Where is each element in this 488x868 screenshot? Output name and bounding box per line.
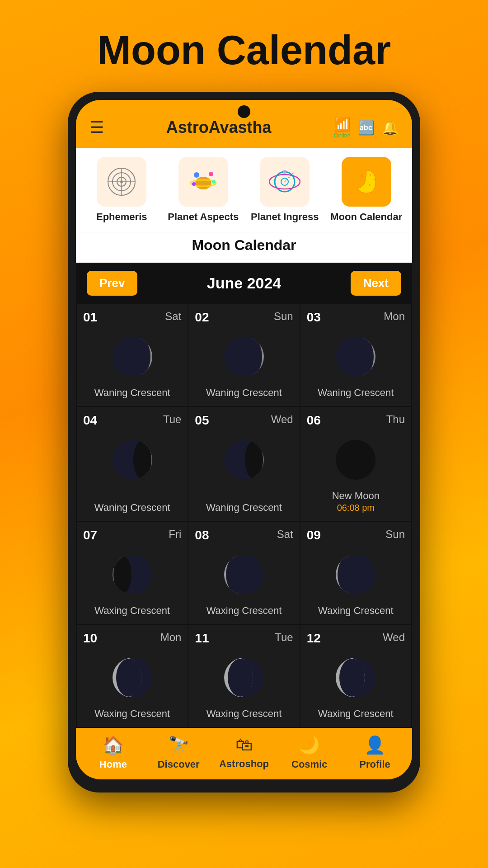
cell-header-09: 09 Sun <box>307 528 405 542</box>
ephemeris-label: Ephemeris <box>96 211 147 223</box>
calendar-cell-09[interactable]: 09 Sun Waxing Crescent <box>300 522 411 624</box>
day-name-04: Tue <box>163 413 181 428</box>
svg-point-57 <box>116 659 141 697</box>
svg-point-45 <box>113 556 131 594</box>
calendar-cell-12[interactable]: 12 Wed Waxing Crescent <box>300 625 411 727</box>
day-number-04: 04 <box>83 413 97 428</box>
moon-image-03 <box>307 332 405 382</box>
day-name-03: Mon <box>384 310 405 325</box>
planet-aspects-label: Planet Aspects <box>168 211 239 223</box>
moon-image-12 <box>307 653 405 703</box>
header-icons: 📶 Online 🔤 🔔 <box>333 116 399 139</box>
category-moon-calendar[interactable]: Moon Calendar <box>328 157 405 223</box>
svg-point-22 <box>129 338 150 376</box>
day-name-01: Sat <box>165 310 181 325</box>
ephemeris-icon <box>106 166 137 198</box>
day-number-08: 08 <box>195 528 209 542</box>
categories: Ephemeris Planet Aspects <box>76 148 412 232</box>
translate-icon[interactable]: 🔤 <box>358 120 375 136</box>
camera-notch <box>238 105 250 118</box>
nav-label-profile: Profile <box>359 759 390 770</box>
ephemeris-icon-box <box>97 157 146 207</box>
nav-icon-astroshop: 🛍 <box>235 735 253 755</box>
svg-point-38 <box>245 441 263 479</box>
calendar-cell-06[interactable]: 06 Thu New Moon06:08 pm <box>300 407 411 521</box>
calendar-cell-04[interactable]: 04 Tue Waning Crescent <box>77 407 188 521</box>
wifi-label: Online <box>333 132 351 139</box>
moon-calendar-label: Moon Calendar <box>330 211 402 223</box>
cell-header-03: 03 Mon <box>307 310 405 325</box>
category-planet-ingress[interactable]: Planet Ingress <box>246 157 324 223</box>
day-name-02: Sun <box>274 310 293 325</box>
planet-aspects-icon-box <box>178 157 228 207</box>
cell-header-05: 05 Wed <box>195 413 293 428</box>
cell-header-12: 12 Wed <box>307 631 405 646</box>
category-planet-aspects[interactable]: Planet Aspects <box>165 157 242 223</box>
nav-label-home: Home <box>99 759 127 770</box>
phase-label-05: Waning Crescent <box>195 502 293 514</box>
phase-label-09: Waxing Crescent <box>307 605 405 617</box>
nav-icon-home: 🏠 <box>103 735 124 755</box>
nav-item-cosmic[interactable]: 🌙 Cosmic <box>277 735 342 770</box>
cell-header-04: 04 Tue <box>83 413 181 428</box>
calendar-cell-11[interactable]: 11 Tue Waxing Crescent <box>188 625 299 727</box>
moon-image-09 <box>307 550 405 599</box>
calendar-cell-08[interactable]: 08 Sat Waxing Crescent <box>188 522 299 624</box>
moon-image-11 <box>195 653 293 703</box>
calendar-cell-10[interactable]: 10 Mon Waxing Crescent <box>77 625 188 727</box>
day-number-05: 05 <box>195 413 209 428</box>
wifi-status: 📶 Online <box>333 116 351 139</box>
day-name-08: Sat <box>277 528 293 542</box>
moon-image-06 <box>307 435 405 485</box>
svg-point-18 <box>369 184 371 186</box>
calendar-cell-01[interactable]: 01 Sat Waning Crescent <box>77 304 188 406</box>
calendar-cell-07[interactable]: 07 Fri Waxing Crescent <box>77 522 188 624</box>
moon-calendar-icon-box <box>342 157 391 207</box>
nav-item-profile[interactable]: 👤 Profile <box>342 735 408 770</box>
day-name-07: Fri <box>169 528 181 542</box>
day-number-06: 06 <box>307 413 321 428</box>
nav-icon-discover: 🔭 <box>168 735 189 755</box>
calendar-month: June 2024 <box>207 274 281 292</box>
svg-point-26 <box>240 338 262 376</box>
day-number-10: 10 <box>83 631 97 646</box>
phase-label-06: New Moon06:08 pm <box>307 490 405 514</box>
phase-label-03: Waning Crescent <box>307 387 405 399</box>
prev-button[interactable]: Prev <box>87 271 137 296</box>
cell-header-10: 10 Mon <box>83 631 181 646</box>
planet-aspects-icon <box>188 166 219 198</box>
app-logo: AstroAvastha <box>166 118 272 137</box>
next-button[interactable]: Next <box>351 271 401 296</box>
svg-point-15 <box>283 170 286 174</box>
calendar-cell-05[interactable]: 05 Wed Waning Crescent <box>188 407 299 521</box>
svg-point-9 <box>209 172 213 176</box>
nav-item-home[interactable]: 🏠 Home <box>80 735 146 770</box>
phase-label-07: Waxing Crescent <box>83 605 181 617</box>
day-number-01: 01 <box>83 310 97 325</box>
category-ephemeris[interactable]: Ephemeris <box>83 157 160 223</box>
calendar-cell-02[interactable]: 02 Sun Waning Crescent <box>188 304 299 406</box>
nav-icon-cosmic: 🌙 <box>299 735 320 755</box>
calendar-cell-03[interactable]: 03 Mon Waning Crescent <box>300 304 411 406</box>
bell-icon[interactable]: 🔔 <box>382 120 399 136</box>
day-number-12: 12 <box>307 631 321 646</box>
phase-label-10: Waxing Crescent <box>83 708 181 720</box>
svg-point-53 <box>338 556 361 594</box>
page-title: Moon Calendar <box>97 27 391 74</box>
calendar-grid: 01 Sat Waning Crescent 02 Sun Waning Cre… <box>76 304 412 728</box>
phase-label-11: Waxing Crescent <box>195 708 293 720</box>
phase-label-12: Waxing Crescent <box>307 708 405 720</box>
day-number-07: 07 <box>83 528 97 542</box>
moon-image-05 <box>195 435 293 496</box>
svg-point-11 <box>212 180 216 184</box>
svg-point-10 <box>192 182 196 186</box>
app-name: AstroAvastha <box>166 118 272 137</box>
calendar-nav: Prev June 2024 Next <box>76 263 412 304</box>
nav-item-discover[interactable]: 🔭 Discover <box>146 735 211 770</box>
hamburger-icon[interactable]: ☰ <box>89 118 104 137</box>
nav-item-astroshop[interactable]: 🛍 Astroshop <box>211 735 277 770</box>
moon-image-07 <box>83 550 181 599</box>
phone-screen: ☰ AstroAvastha 📶 Online 🔤 🔔 <box>76 100 412 779</box>
phase-label-04: Waning Crescent <box>83 502 181 514</box>
day-name-06: Thu <box>386 413 405 428</box>
